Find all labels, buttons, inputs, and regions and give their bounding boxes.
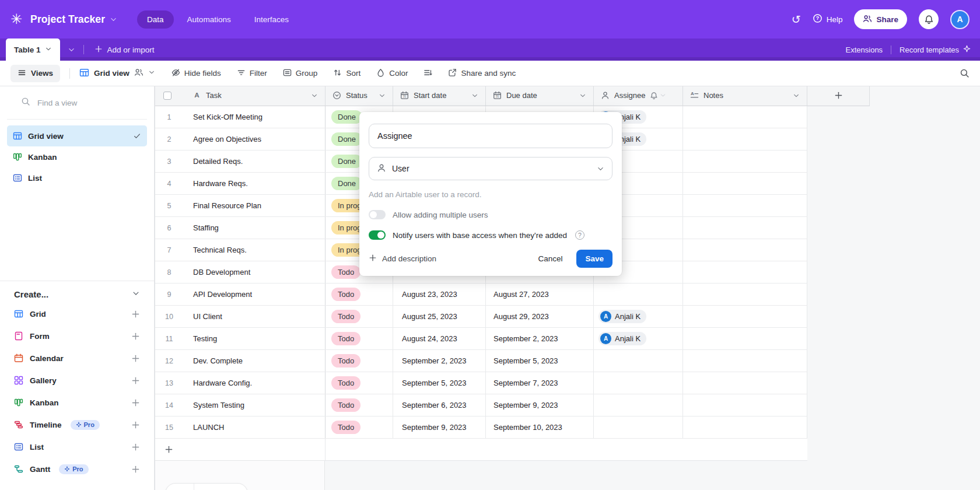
plus-icon[interactable] <box>131 310 140 318</box>
search-icon[interactable] <box>960 68 970 78</box>
create-item-timeline[interactable]: TimelinePro <box>7 414 147 436</box>
notifications-button[interactable] <box>919 9 939 29</box>
record-count-bar[interactable] <box>165 483 248 490</box>
plus-icon[interactable] <box>131 465 140 474</box>
cell-notes[interactable] <box>683 261 807 283</box>
cell-due-date[interactable]: September 9, 2023 <box>486 394 594 416</box>
nav-tab-data[interactable]: Data <box>137 10 174 29</box>
cell-notes[interactable] <box>683 416 807 438</box>
create-item-gallery[interactable]: Gallery <box>7 369 147 391</box>
cell-task[interactable]: Testing <box>183 328 326 349</box>
cell-due-date[interactable]: September 10, 2023 <box>486 416 594 438</box>
create-item-list[interactable]: List <box>7 436 147 458</box>
row-number[interactable]: 5 <box>155 195 183 216</box>
cell-notes[interactable] <box>683 284 807 305</box>
cell-status[interactable]: Todo <box>326 284 393 305</box>
plus-icon[interactable] <box>131 354 140 363</box>
filter-button[interactable]: Filter <box>237 68 267 79</box>
row-number[interactable]: 9 <box>155 284 183 305</box>
cell-task[interactable]: Set Kick-Off Meeting <box>183 106 326 128</box>
cell-notes[interactable] <box>683 173 807 194</box>
column-header-assignee[interactable]: Assignee <box>594 85 683 106</box>
row-number[interactable]: 15 <box>155 416 183 438</box>
cell-assignee[interactable] <box>594 416 683 438</box>
base-title-chevron-icon[interactable] <box>110 16 117 23</box>
help-button[interactable]: ? Help <box>813 13 843 25</box>
cell-status[interactable]: Todo <box>326 306 393 327</box>
create-item-gantt[interactable]: GanttPro <box>7 458 147 480</box>
cell-due-date[interactable]: August 29, 2023 <box>486 306 594 327</box>
cell-notes[interactable] <box>683 372 807 394</box>
extensions-button[interactable]: Extensions <box>846 46 883 54</box>
help-circle-icon[interactable]: ? <box>575 230 584 240</box>
row-number[interactable]: 11 <box>155 328 183 349</box>
sidebar-view-kanban[interactable]: Kanban <box>7 146 147 167</box>
row-number[interactable]: 10 <box>155 306 183 327</box>
cell-start-date[interactable]: September 5, 2023 <box>393 372 486 394</box>
nav-tab-automations[interactable]: Automations <box>177 10 241 29</box>
cell-notes[interactable] <box>683 128 807 150</box>
field-name-input[interactable] <box>369 124 612 148</box>
cell-start-date[interactable]: September 9, 2023 <box>393 416 486 438</box>
views-button[interactable]: Views <box>10 65 60 82</box>
chevron-down-icon[interactable] <box>311 92 318 99</box>
cell-task[interactable]: Final Resource Plan <box>183 195 326 216</box>
cell-start-date[interactable]: September 2, 2023 <box>393 350 486 372</box>
sort-button[interactable]: Sort <box>333 68 360 79</box>
sidebar-view-list[interactable]: List <box>7 167 147 188</box>
record-templates-button[interactable]: Record templates <box>900 45 971 54</box>
row-number[interactable]: 2 <box>155 128 183 150</box>
notify-users-toggle[interactable] <box>369 230 386 240</box>
create-section-header[interactable]: Create... <box>14 289 140 299</box>
row-height-button[interactable] <box>424 68 432 79</box>
chevron-down-icon[interactable] <box>379 92 386 99</box>
column-header-task[interactable]: ATask <box>155 85 326 106</box>
cell-notes[interactable] <box>683 106 807 128</box>
nav-tab-interfaces[interactable]: Interfaces <box>244 10 299 29</box>
row-number[interactable]: 4 <box>155 173 183 194</box>
cell-task[interactable]: Detailed Reqs. <box>183 150 326 172</box>
cell-assignee[interactable] <box>594 394 683 416</box>
cell-notes[interactable] <box>683 217 807 239</box>
plus-icon[interactable] <box>131 332 140 341</box>
create-item-grid[interactable]: Grid <box>7 303 147 325</box>
cell-task[interactable]: System Testing <box>183 394 326 416</box>
add-row-plus[interactable] <box>155 439 326 460</box>
row-number[interactable]: 6 <box>155 217 183 239</box>
column-header-notes[interactable]: ANotes <box>683 85 807 106</box>
cell-notes[interactable] <box>683 150 807 172</box>
cell-status[interactable]: Todo <box>326 394 393 416</box>
plus-icon[interactable] <box>131 376 140 385</box>
share-button[interactable]: Share <box>854 9 907 29</box>
cell-assignee[interactable] <box>594 350 683 372</box>
cell-status[interactable]: Todo <box>326 416 393 438</box>
cell-start-date[interactable]: August 24, 2023 <box>393 328 486 349</box>
cell-task[interactable]: LAUNCH <box>183 416 326 438</box>
create-item-calendar[interactable]: Calendar <box>7 347 147 369</box>
hide-fields-button[interactable]: Hide fields <box>172 68 221 79</box>
cell-status[interactable]: Todo <box>326 328 393 349</box>
cell-status[interactable]: Todo <box>326 350 393 372</box>
cell-notes[interactable] <box>683 394 807 416</box>
save-button[interactable]: Save <box>576 250 612 268</box>
cell-start-date[interactable]: August 25, 2023 <box>393 306 486 327</box>
cell-task[interactable]: Agree on Objectives <box>183 128 326 150</box>
row-number[interactable]: 7 <box>155 239 183 261</box>
row-number[interactable]: 14 <box>155 394 183 416</box>
add-field-button[interactable] <box>807 85 870 106</box>
add-description-button[interactable]: Add description <box>369 254 436 264</box>
allow-multiple-users-toggle[interactable] <box>369 210 386 219</box>
plus-icon[interactable] <box>131 398 140 407</box>
cell-status[interactable]: Todo <box>326 372 393 394</box>
row-number[interactable]: 13 <box>155 372 183 394</box>
cell-task[interactable]: Hardware Config. <box>183 372 326 394</box>
cell-notes[interactable] <box>683 328 807 349</box>
chevron-down-icon[interactable] <box>793 92 800 99</box>
row-number[interactable]: 12 <box>155 350 183 372</box>
cell-notes[interactable] <box>683 306 807 327</box>
plus-icon[interactable] <box>131 443 140 452</box>
record-count-bar-segment[interactable] <box>166 484 194 490</box>
create-item-kanban[interactable]: Kanban <box>7 391 147 414</box>
avatar[interactable]: A <box>950 10 970 29</box>
cell-task[interactable]: API Development <box>183 284 326 305</box>
